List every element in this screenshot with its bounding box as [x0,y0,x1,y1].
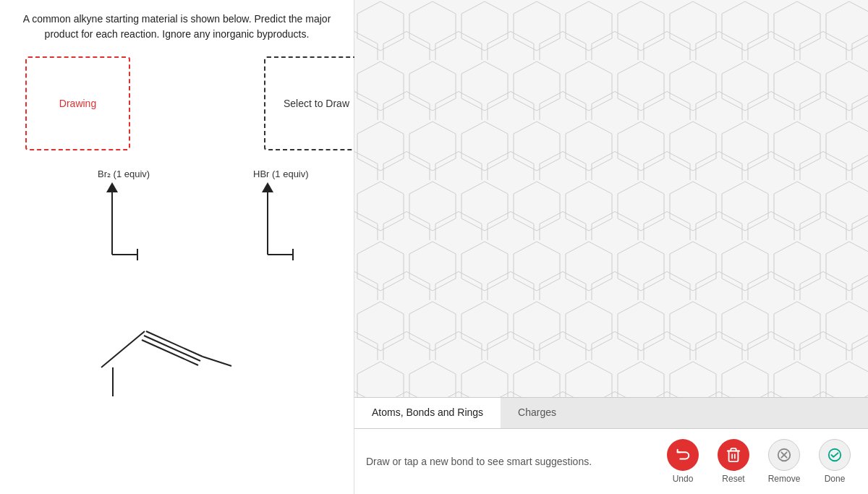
left-panel: A common alkyne starting material is sho… [0,0,354,494]
done-icon [819,439,851,471]
svg-rect-16 [354,0,868,397]
undo-label: Undo [673,474,694,484]
undo-button[interactable]: Undo [661,439,705,484]
done-svg-icon [827,447,843,463]
reset-label: Reset [722,474,744,484]
problem-text: A common alkyne starting material is sho… [14,12,339,42]
reset-button[interactable]: Reset [712,439,755,484]
tab-charges[interactable]: Charges [501,398,574,428]
remove-label: Remove [768,474,801,484]
right-panel: Atoms, Bonds and Rings Charges Draw or t… [354,0,868,494]
remove-svg-icon [776,447,792,463]
tab-atoms-bonds-rings[interactable]: Atoms, Bonds and Rings [354,398,501,428]
reaction-2: HBr (1 equiv) [253,169,309,265]
svg-line-12 [203,357,231,366]
reaction-1: Br₂ (1 equiv) [98,169,150,265]
hex-grid [354,0,868,397]
svg-marker-1 [106,182,118,192]
undo-svg-icon [675,447,691,463]
drawing-box-label: Drawing [59,98,96,109]
reset-svg-icon [726,447,741,463]
action-buttons: Undo Reset [661,439,856,484]
remove-button[interactable]: Remove [762,439,806,484]
vertical-line [112,367,114,396]
svg-line-8 [101,331,145,367]
svg-line-11 [142,340,198,365]
reaction2-arrow [253,182,297,262]
reaction2-label: HBr (1 equiv) [253,169,309,179]
done-label: Done [825,474,846,484]
toolbar-content: Draw or tap a new bond to see smart sugg… [354,429,868,494]
alkyne-structure [87,317,253,375]
reaction1-label: Br₂ (1 equiv) [98,169,150,179]
hex-grid-svg [354,0,868,397]
reset-icon [718,439,749,471]
remove-icon [768,439,800,471]
reaction1-arrow [98,182,141,262]
hint-text: Draw or tap a new bond to see smart sugg… [366,456,592,467]
svg-marker-5 [262,182,273,192]
select-box-label: Select to Draw [284,98,349,109]
bottom-toolbar: Atoms, Bonds and Rings Charges Draw or t… [354,397,868,494]
undo-icon [667,439,699,471]
select-to-draw-box[interactable]: Select to Draw [264,56,369,150]
svg-line-10 [144,336,200,361]
svg-line-9 [146,331,203,357]
drawing-box[interactable]: Drawing [25,56,130,150]
tabs-row: Atoms, Bonds and Rings Charges [354,398,868,429]
done-button[interactable]: Done [813,439,856,484]
